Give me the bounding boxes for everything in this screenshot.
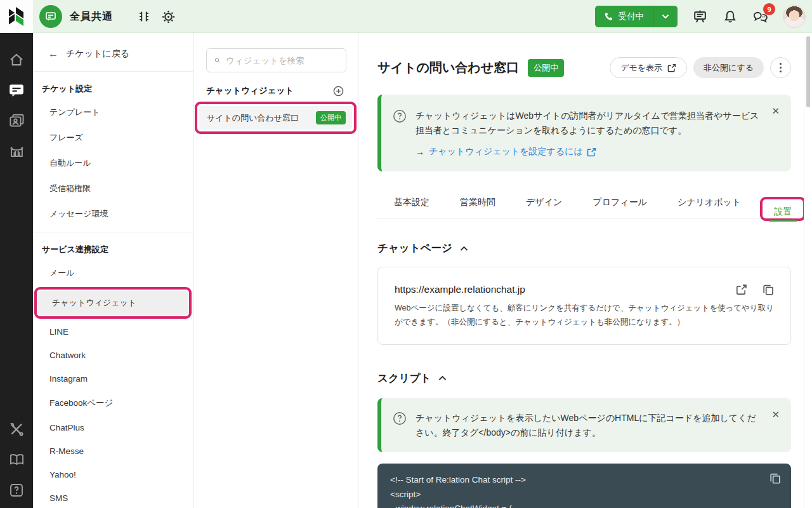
sidebar-tools-icon[interactable]: [4, 417, 29, 442]
embed-code-block: <!-- Start of Re:lation Chat script --> …: [377, 464, 791, 508]
app-sidebar: [0, 33, 33, 508]
chat-page-url: https://example.relationchat.jp: [395, 284, 525, 295]
nav-item-mail[interactable]: メール: [33, 260, 193, 286]
status-dropdown-caret[interactable]: [653, 6, 678, 27]
notification-count-badge: 9: [763, 3, 775, 15]
external-link-icon: [667, 64, 676, 72]
add-widget-button[interactable]: [333, 86, 344, 97]
widget-published-badge: 公開中: [316, 111, 346, 124]
copy-icon: [763, 284, 774, 295]
settings-tabs: 基本設定 営業時間 デザイン プロフィール シナリオボット 設置: [377, 190, 791, 218]
chat-page-description: Webページに設置しなくても、顧客にリンクを共有するだけで、チャットウィジェット…: [395, 302, 774, 329]
back-to-tickets-link[interactable]: ← チケットに戻る: [33, 33, 193, 71]
code-line: window.relationChatWidget = {: [390, 502, 778, 508]
status-button-label: 受付中: [619, 11, 645, 22]
help-circle-icon: [393, 411, 407, 425]
code-line: <script>: [390, 488, 778, 502]
nav-item-auto-rules[interactable]: 自動ルール: [33, 150, 193, 176]
chat-page-url-card: https://example.relationchat.jp Webページに設…: [377, 267, 791, 345]
published-status-badge: 公開中: [528, 59, 564, 77]
nav-item-instagram[interactable]: Instagram: [33, 367, 193, 391]
script-section-header[interactable]: スクリプト: [377, 371, 791, 385]
nav-item-chatwork[interactable]: Chatwork: [33, 344, 193, 367]
relation-logo-icon: [8, 7, 25, 26]
nav-item-r-messe[interactable]: R-Messe: [33, 439, 193, 463]
announcement-board-icon[interactable]: [691, 8, 708, 25]
sidebar-help-icon[interactable]: [4, 478, 29, 503]
annotation-highlight-install-tab: 設置: [760, 197, 804, 221]
notifications-bell-icon[interactable]: [722, 8, 738, 25]
back-arrow-icon: ←: [48, 48, 58, 60]
main-content: サイトの問い合わせ窓口 公開中 デモを表示 非公開にする チャットウィジェットは…: [358, 33, 804, 508]
search-icon: [214, 55, 220, 65]
app-logo[interactable]: [0, 0, 33, 33]
page-title: サイトの問い合わせ窓口: [377, 59, 519, 76]
workspace-name: 全員共通: [70, 10, 113, 23]
copy-icon: [769, 472, 781, 484]
close-icon[interactable]: ✕: [771, 410, 780, 419]
tab-design[interactable]: デザイン: [525, 197, 563, 218]
nav-item-chat-widget[interactable]: チャットウィジェット: [38, 291, 188, 315]
external-link-icon: [587, 147, 596, 157]
label-settings-icon[interactable]: [136, 8, 152, 25]
nav-item-chatplus[interactable]: ChatPlus: [33, 416, 193, 439]
widget-search-box[interactable]: [206, 48, 346, 72]
scrollbar-thumb[interactable]: [806, 36, 810, 107]
nav-item-template[interactable]: テンプレート: [33, 100, 193, 125]
chevron-up-icon: [460, 246, 468, 251]
nav-item-sms[interactable]: SMS: [33, 486, 193, 508]
user-avatar[interactable]: [783, 5, 806, 28]
nav-section-ticket-settings: チケット設定: [33, 72, 193, 100]
messages-icon[interactable]: 9: [752, 8, 769, 25]
tab-scenario-bot[interactable]: シナリオボット: [676, 197, 742, 218]
close-icon[interactable]: ✕: [771, 106, 780, 116]
widget-search-input[interactable]: [226, 56, 338, 65]
script-callout: チャットウィジェットを表示したいWebページのHTMLに下記コードを追加してくだ…: [377, 398, 791, 452]
widget-list-panel: チャットウィジェット サイトの問い合わせ窓口 公開中: [193, 33, 358, 508]
open-url-button[interactable]: [736, 284, 747, 295]
widget-list-item[interactable]: サイトの問い合わせ窓口 公開中: [199, 106, 352, 130]
tab-profile[interactable]: プロフィール: [591, 197, 648, 218]
unpublish-button[interactable]: 非公開にする: [693, 57, 764, 78]
chat-page-section-header[interactable]: チャットページ: [377, 241, 791, 255]
status-split-button[interactable]: 受付中: [595, 6, 678, 27]
nav-item-line[interactable]: LINE: [33, 320, 193, 344]
setup-guide-link[interactable]: チャットウィジェットを設定するには: [429, 146, 596, 157]
intro-callout: チャットウィジェットはWebサイトの訪問者がリアルタイムで営業担当者やサービス担…: [377, 95, 791, 171]
sidebar-tickets-icon[interactable]: [4, 77, 29, 103]
intro-callout-text: チャットウィジェットはWebサイトの訪問者がリアルタイムで営業担当者やサービス担…: [416, 109, 762, 137]
arrow-right-icon: →: [416, 147, 424, 157]
nav-section-service-integrations: サービス連携設定: [33, 232, 193, 260]
sidebar-analytics-icon[interactable]: [4, 138, 29, 164]
widget-list-title: チャットウィジェット: [206, 85, 294, 97]
nav-item-message-env[interactable]: メッセージ環境: [33, 201, 193, 227]
show-demo-button[interactable]: デモを表示: [610, 57, 687, 78]
widget-name: サイトの問い合わせ窓口: [207, 112, 299, 124]
sidebar-guide-book-icon[interactable]: [4, 447, 29, 472]
sidebar-home-icon[interactable]: [4, 47, 29, 72]
tab-install[interactable]: 設置: [773, 206, 793, 225]
back-label: チケットに戻る: [66, 48, 129, 60]
external-link-icon: [736, 284, 747, 295]
chevron-up-icon: [438, 375, 447, 381]
scrollbar-track: [804, 34, 812, 508]
tab-basic-settings[interactable]: 基本設定: [393, 197, 431, 218]
nav-item-inbox-permissions[interactable]: 受信箱権限: [33, 176, 193, 201]
sidebar-contacts-icon[interactable]: [4, 108, 29, 133]
workspace-chat-icon[interactable]: [39, 5, 62, 28]
nav-item-phrases[interactable]: フレーズ: [33, 125, 193, 150]
more-options-button[interactable]: [770, 57, 791, 78]
annotation-highlight-chat-widget: チャットウィジェット: [34, 287, 192, 319]
script-callout-text: チャットウィジェットを表示したいWebページのHTMLに下記コードを追加してくだ…: [416, 411, 762, 439]
copy-url-button[interactable]: [763, 284, 774, 295]
script-section-title: スクリプト: [377, 371, 431, 385]
nav-item-facebook-page[interactable]: Facebookページ: [33, 391, 193, 416]
tab-business-hours[interactable]: 営業時間: [459, 197, 497, 218]
code-line: <!-- Start of Re:lation Chat script -->: [390, 473, 778, 487]
copy-code-button[interactable]: [769, 472, 781, 484]
settings-gear-icon[interactable]: [160, 8, 176, 25]
chevron-down-icon: [662, 14, 669, 19]
help-circle-icon: [393, 109, 407, 123]
phone-icon: [604, 12, 613, 22]
nav-item-yahoo[interactable]: Yahoo!: [33, 463, 193, 486]
